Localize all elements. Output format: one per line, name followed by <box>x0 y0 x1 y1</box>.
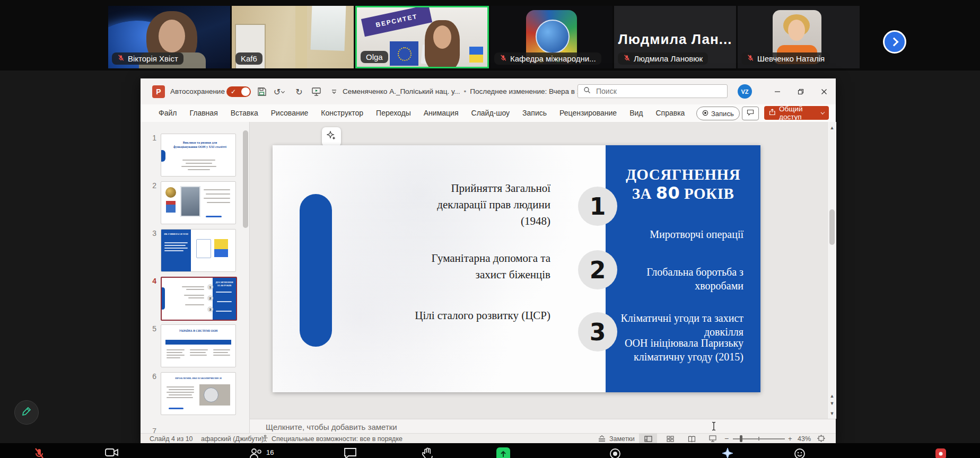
language-indicator[interactable]: афарский (Джибути) <box>201 435 264 443</box>
chevron-right-icon <box>889 38 898 47</box>
scroll-down-arrow[interactable]: ▲ <box>828 393 836 399</box>
thumb-title: Виклики та ризики для функціонування ООН… <box>171 140 229 149</box>
share-label: Общий доступ <box>779 105 818 121</box>
record-dot-icon <box>702 110 708 118</box>
comment-icon <box>747 109 754 118</box>
participant-tile-kaf6[interactable]: Kaf6 <box>232 6 354 68</box>
tab-record[interactable]: Запись <box>516 104 553 122</box>
record-icon[interactable] <box>609 447 622 458</box>
minimize-button[interactable] <box>766 78 789 104</box>
chevron-down-icon <box>821 110 825 114</box>
slide-canvas[interactable]: Прийняття Загальної декларації прав люди… <box>250 122 827 419</box>
chat-icon[interactable] <box>344 447 357 458</box>
undo-button[interactable]: ↺ <box>272 85 286 98</box>
slide-blue-panel[interactable]: ДОСЯГНЕННЯ ЗА 80 РОКІВ Миротворчі операц… <box>606 145 760 392</box>
redo-button[interactable]: ↻ <box>292 85 306 98</box>
share-button[interactable]: Общий доступ <box>764 106 829 120</box>
thumb-title: УКРАЇНА В СИСТЕМІ ООН <box>172 329 225 333</box>
slide-thumbnail-4-selected[interactable]: ДОСЯГНЕННЯ ЗА 80 РОКІВ 1 2 3 <box>161 277 237 321</box>
zoom-out-button[interactable]: − <box>724 434 729 443</box>
participants-icon[interactable] <box>249 447 263 458</box>
slideshow-view-button[interactable] <box>704 434 722 444</box>
text-cursor-ibeam <box>711 421 717 434</box>
pencil-icon <box>21 406 32 419</box>
search-box[interactable] <box>578 84 728 98</box>
powerpoint-window: P Автосохранение ✓ ↺ ↻ Семеняченко А._По… <box>141 78 836 443</box>
normal-view-button[interactable] <box>639 434 657 444</box>
slides-panel: 1 2 3 4 5 6 7 Виклики та ризики для функ… <box>141 122 250 433</box>
notes-toggle[interactable]: Заметки <box>609 435 635 443</box>
slide-indicator: Слайд 4 из 10 <box>150 435 193 443</box>
slide-thumbnail-6[interactable]: ПРОБЛЕМИ, ЯКІ НАКОПИЧИЛИСЯ <box>161 372 236 415</box>
slide-sorter-view-button[interactable] <box>661 434 679 444</box>
comments-button[interactable] <box>742 107 759 120</box>
zoom-slider-track[interactable] <box>733 438 785 439</box>
mic-muted-icon <box>500 54 507 63</box>
slide-thumbnail-1[interactable]: Виклики та ризики для функціонування ООН… <box>161 134 236 177</box>
reactions-icon[interactable] <box>793 447 806 458</box>
reading-view-button[interactable] <box>682 434 701 444</box>
slide-text-item-3[interactable]: Цілі сталого розвитку (ЦСР) <box>407 307 550 324</box>
participant-tile-kafedra[interactable]: Кафедра міжнародни... <box>491 6 612 68</box>
camera-icon[interactable] <box>105 447 119 458</box>
participant-tile-viktoriia[interactable]: Вікторія Хвіст <box>108 6 230 68</box>
account-avatar[interactable]: VZ <box>738 84 752 99</box>
customize-toolbar-button[interactable] <box>327 85 341 98</box>
notification-badge-icon[interactable] <box>934 447 947 458</box>
designer-sparkle-icon <box>327 131 336 143</box>
start-slideshow-button[interactable] <box>309 85 323 98</box>
search-icon <box>583 86 591 96</box>
tab-animations[interactable]: Анимация <box>417 104 465 122</box>
scrollbar-thumb[interactable] <box>829 209 835 245</box>
tab-insert[interactable]: Вставка <box>224 104 265 122</box>
zoom-slider-thumb[interactable] <box>740 435 742 442</box>
canvas-scrollbar[interactable]: ▲ ▲ ▼ ▼ <box>827 122 836 419</box>
tab-help[interactable]: Справка <box>649 104 691 122</box>
search-input[interactable] <box>595 86 714 96</box>
tab-view[interactable]: Вид <box>623 104 649 122</box>
zoom-level[interactable]: 43% <box>798 435 811 443</box>
participant-tile-shevchenko[interactable]: Шевченко Наталія <box>738 6 860 68</box>
record-button[interactable]: Запись <box>696 107 740 120</box>
ai-companion-icon[interactable] <box>721 447 734 458</box>
number-circle-2: 2 <box>578 250 617 289</box>
participant-tile-liudmyla[interactable]: Людмила Лан... Людмила Лановюк <box>614 6 736 68</box>
autosave-label: Автосохранение <box>170 78 225 104</box>
tab-slideshow[interactable]: Слайд-шоу <box>465 104 517 122</box>
next-participants-button[interactable] <box>883 30 906 54</box>
next-slide-button[interactable]: ▼ <box>828 411 836 416</box>
raise-hand-icon[interactable] <box>422 447 434 458</box>
participant-name-badge: Людмила Лановюк <box>618 52 708 65</box>
slide-thumbnail-5[interactable]: УКРАЇНА В СИСТЕМІ ООН <box>161 324 236 367</box>
zoom-in-button[interactable]: + <box>788 435 792 443</box>
previous-slide-button[interactable]: ▼ <box>828 401 836 406</box>
slide-text-item-1[interactable]: Прийняття Загальної декларації прав люди… <box>407 180 550 230</box>
mic-muted-icon[interactable] <box>33 447 46 458</box>
slide-text-item-2[interactable]: Гуманітарна допомога та захист біженців <box>407 250 550 283</box>
scroll-up-arrow[interactable]: ▲ <box>828 125 836 130</box>
notes-pane[interactable]: Щелкните, чтобы добавить заметки <box>250 419 836 434</box>
accessibility-status[interactable]: Специальные возможности: все в порядке <box>272 435 402 443</box>
autosave-toggle[interactable]: ✓ <box>226 86 251 97</box>
mic-muted-icon <box>117 54 125 63</box>
participant-tile-olga-active[interactable]: ВЕРСИТЕТ Olga <box>355 6 489 68</box>
share-screen-icon[interactable] <box>496 447 510 458</box>
tab-draw[interactable]: Рисование <box>265 104 315 122</box>
restore-button[interactable] <box>789 78 812 104</box>
designer-button[interactable] <box>322 127 341 146</box>
slide[interactable]: Прийняття Загальної декларації прав люди… <box>273 145 760 392</box>
fit-slide-to-window-button[interactable] <box>817 435 825 444</box>
tab-home[interactable]: Главная <box>183 104 224 122</box>
tab-file[interactable]: Файл <box>152 104 183 122</box>
annotate-button[interactable] <box>14 400 39 425</box>
panel-scrollbar[interactable] <box>243 130 248 228</box>
tab-design[interactable]: Конструктор <box>314 104 370 122</box>
slide-thumbnail-2[interactable] <box>161 181 236 224</box>
avatar-face <box>159 20 185 52</box>
slide-number: 2 <box>145 181 156 190</box>
save-button[interactable] <box>255 85 269 98</box>
slide-thumbnail-3[interactable]: ЯК З'ЯВИЛАСЯ ООН <box>161 229 236 272</box>
tab-review[interactable]: Рецензирование <box>553 104 623 122</box>
tab-transitions[interactable]: Переходы <box>370 104 417 122</box>
close-button[interactable] <box>812 78 836 104</box>
